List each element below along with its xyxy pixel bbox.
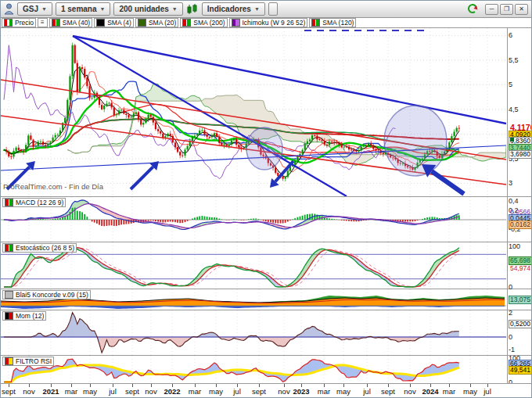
time-axis-tick (29, 384, 30, 387)
time-axis-label: sept (246, 387, 272, 396)
indicator-chip-stoch[interactable]: Estocástico (26 8 5) (2, 243, 77, 253)
legend-item-label: Precio (15, 19, 34, 27)
time-axis-tick (343, 384, 344, 387)
purple-icon (232, 19, 240, 27)
candlestick-icon (186, 4, 199, 15)
gray-icon (5, 291, 13, 299)
axis-tick: 5,5 (509, 56, 519, 64)
redyellow-icon (5, 357, 13, 365)
value-label: 54,974 (509, 264, 532, 273)
legend-item-sma-120-[interactable]: SMA (120) (309, 18, 356, 27)
axis-tick: 2 (509, 309, 512, 317)
indicator-chip-mom[interactable]: Mom (12) (2, 311, 46, 321)
time-axis-tick (259, 384, 260, 387)
symbol-selector[interactable]: GSJ ▼ (17, 2, 52, 16)
app-icon (4, 3, 14, 15)
restore-button[interactable]: ❐ (500, 4, 513, 15)
axis-tick: -1 (509, 346, 515, 353)
legend-item-label: SMA (40) (63, 19, 90, 27)
time-axis-tick (237, 384, 238, 387)
legend-item-sma-4-[interactable]: SMA (4) (94, 18, 134, 27)
legend-item-sma-20-[interactable]: SMA (20) (135, 18, 178, 27)
value-label: 13,075 (509, 296, 532, 304)
legend-item-label: SMA (120) (322, 19, 354, 27)
time-axis-tick (9, 384, 9, 387)
redgreen-icon (182, 19, 191, 27)
redgreen-icon (5, 244, 13, 252)
indicator-chip-macd[interactable]: MACD (12 26 9) (2, 198, 66, 207)
axis-tick: 100 (509, 242, 520, 250)
time-axis-tick (51, 384, 52, 387)
indicator-chip-rsi[interactable]: FILTRO RSI (2, 357, 54, 366)
panel-macd[interactable]: 0,40,2-0,20,05660,04450,0162MACD (12 26 … (1, 196, 532, 242)
green-marker-icon (510, 138, 514, 142)
panel-mom[interactable]: 210-10,5200Mom (12) (1, 310, 532, 355)
chevron-down-icon: ▼ (41, 6, 47, 12)
legend-item-sma-200-[interactable]: SMA (200) (180, 18, 227, 27)
time-axis-tick (90, 384, 91, 387)
time-axis-tick (388, 384, 389, 387)
legend-item-ichimoku-w-9-26-52-[interactable]: Ichimoku (W 9 26 52) (229, 18, 308, 27)
axis-tick: 6 (509, 31, 512, 39)
chevron-down-icon: ▼ (100, 6, 106, 12)
watermark: ProRealTime.com - Fin de Día (3, 182, 103, 191)
axis-main[interactable]: 65,554,53,534,11764,09203,83603,74403,69… (507, 28, 532, 196)
time-axis-tick (284, 384, 285, 387)
time-axis-tick (113, 384, 113, 387)
olive-icon (138, 19, 146, 27)
time-axis-tick (367, 384, 368, 387)
toolbar-extra-button[interactable] (268, 2, 278, 16)
axis-tick: 4,5 (509, 106, 519, 113)
time-axis-label: may (330, 387, 357, 396)
legend-item-sma-40-[interactable]: SMA (40) (49, 18, 92, 27)
chevron-down-icon: ▼ (172, 6, 178, 12)
panel-main[interactable]: 65,554,53,534,11764,09203,83603,74403,69… (1, 27, 532, 196)
panel-label: Estocástico (26 8 5) (16, 244, 74, 252)
time-axis-tick (324, 384, 325, 387)
units-selector[interactable]: 200 unidades ▼ (113, 2, 182, 16)
indicator-chip-kon[interactable]: Blai5 Koncorde v.09 (15) (2, 290, 91, 299)
axis-tick: 3 (509, 179, 512, 187)
legend-item-label: SMA (4) (107, 19, 131, 27)
redgreen-icon (311, 19, 320, 27)
time-axis-tick (195, 384, 196, 387)
candle-icon (4, 19, 13, 27)
legend-item-price-settings[interactable]: ≡ (38, 18, 48, 27)
time-axis-tick (172, 384, 173, 387)
legend-item-label: Ichimoku (W 9 26 52) (243, 19, 306, 27)
legend-bar: Precio≡SMA (40)SMA (4)SMA (20)SMA (200)I… (1, 18, 531, 27)
indicators-button[interactable]: Indicadores ▼ (202, 2, 265, 16)
value-label: 0,5200 (509, 320, 532, 328)
axis-macd: 0,40,2-0,20,05660,04450,0162 (507, 197, 532, 242)
panel-label: FILTRO RSI (16, 357, 52, 365)
units-label: 200 unidades (119, 5, 168, 13)
value-label: 0,0162 (509, 221, 532, 229)
indicators-label: Indicadores (207, 5, 251, 13)
window-controls: ─ ❐ ✕ (485, 4, 528, 15)
axis-rsi: 100066,26549,541 (507, 356, 532, 383)
axis-stoch: 100065,69854,974 (507, 242, 532, 289)
timeframe-selector[interactable]: 1 semana ▼ (56, 2, 111, 16)
time-axis-label: jul (474, 387, 501, 396)
axis-kon: 13,075 (507, 289, 532, 310)
axis-mom: 210-10,5200 (507, 310, 532, 355)
redgreen-icon (5, 199, 13, 206)
redgreen-icon (52, 19, 60, 27)
close-button[interactable]: ✕ (515, 4, 528, 15)
time-axis-tick (301, 384, 302, 387)
chevron-down-icon: ▼ (254, 6, 260, 12)
time-axis: septnov2021marmayjulseptnov2022marmayjul… (1, 383, 532, 398)
time-axis-tick (71, 384, 72, 387)
axis-tick: 0 (509, 333, 512, 341)
black-icon (96, 19, 105, 27)
legend-item-precio[interactable]: Precio (2, 18, 36, 27)
panel-stoch[interactable]: 100065,69854,974Estocástico (26 8 5) (1, 242, 532, 289)
refresh-icon[interactable] (467, 3, 479, 15)
panel-rsi[interactable]: 100066,26549,541FILTRO RSI (1, 355, 532, 383)
minimize-button[interactable]: ─ (485, 4, 498, 15)
prorealtime-window: GSJ ▼ 1 semana ▼ 200 unidades ▼ Indicado… (0, 0, 532, 398)
panel-kon[interactable]: 13,075Blai5 Koncorde v.09 (15) (1, 289, 532, 310)
time-axis-tick (410, 384, 411, 387)
panel-label: MACD (12 26 9) (16, 199, 63, 206)
axis-tick: 0,4 (509, 197, 519, 205)
